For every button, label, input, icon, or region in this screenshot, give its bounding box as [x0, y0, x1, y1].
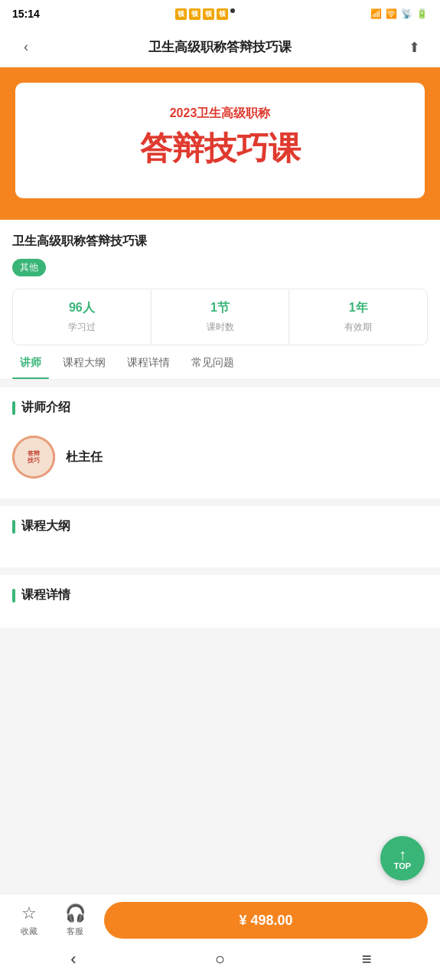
top-arrow-icon: ↑ [399, 847, 406, 862]
header: ‹ 卫生高级职称答辩技巧课 ⬆ [0, 28, 440, 67]
tabs: 讲师 课程大纲 课程详情 常见问题 [0, 345, 440, 380]
course-name: 卫生高级职称答辩技巧课 [12, 234, 428, 250]
bottom-actions: ☆ 收藏 🎧 客服 ¥ 498.00 [0, 894, 440, 943]
details-section: 课程详情 [0, 575, 440, 628]
avatar-inner: 答辩技巧 [12, 436, 55, 479]
tab-details[interactable]: 课程详情 [119, 345, 178, 379]
course-tag: 其他 [12, 259, 46, 276]
tab-faq[interactable]: 常见问题 [184, 345, 242, 379]
service-button[interactable]: 🎧 客服 [58, 903, 92, 937]
stat-learners: 96人 学习过 [13, 289, 152, 345]
stat-lessons: 1节 课时数 [152, 289, 290, 345]
back-button[interactable]: ‹ [12, 34, 40, 61]
buy-button[interactable]: ¥ 498.00 [104, 902, 428, 939]
stat-validity-label: 有效期 [344, 322, 372, 332]
stat-lessons-label: 课时数 [207, 322, 234, 332]
signal-icon: 📶 [370, 8, 382, 19]
outline-section: 课程大纲 [0, 506, 440, 567]
outline-section-title: 课程大纲 [12, 518, 428, 534]
stats-row: 96人 学习过 1节 课时数 1年 有效期 [12, 289, 428, 345]
course-info-section: 卫生高级职称答辩技巧课 其他 96人 学习过 1节 课时数 1年 有效期 [0, 220, 440, 345]
tab-outline[interactable]: 课程大纲 [55, 345, 113, 379]
network-icon: 📡 [401, 8, 412, 19]
stat-lessons-value: 1节 [158, 300, 283, 316]
banner-title: 答辩技巧课 [31, 129, 409, 168]
service-label: 客服 [67, 926, 83, 937]
banner-container: 2023卫生高级职称 答辩技巧课 [0, 67, 440, 220]
stat-validity: 1年 有效期 [289, 289, 427, 345]
instructor-avatar: 答辩技巧 [12, 436, 55, 479]
banner-card: 2023卫生高级职称 答辩技巧课 [15, 83, 425, 198]
page-title: 卫生高级职称答辩技巧课 [40, 38, 400, 56]
status-bar: 15:14 顿 顿 顿 顿 📶 🛜 📡 🔋 [0, 0, 440, 28]
top-button[interactable]: ↑ TOP [380, 836, 425, 880]
share-button[interactable]: ⬆ [400, 34, 428, 61]
price-label: ¥ 498.00 [239, 913, 292, 929]
nav-home-button[interactable]: ○ [204, 949, 235, 969]
status-notch: 顿 顿 顿 顿 [175, 8, 235, 20]
instructor-name: 杜主任 [66, 449, 103, 466]
star-icon: ☆ [21, 903, 37, 923]
status-time: 15:14 [12, 8, 40, 20]
instructor-section-title: 讲师介绍 [12, 400, 428, 416]
stat-validity-value: 1年 [295, 300, 421, 316]
details-section-title: 课程详情 [12, 587, 428, 603]
instructor-card: 答辩技巧 杜主任 [12, 428, 428, 486]
instructor-section: 讲师介绍 答辩技巧 杜主任 [0, 387, 440, 498]
top-label: TOP [394, 862, 411, 871]
bottom-bar: ☆ 收藏 🎧 客服 ¥ 498.00 ‹ ○ ≡ [0, 893, 440, 980]
nav-menu-button[interactable]: ≡ [351, 949, 382, 969]
banner-subtitle: 2023卫生高级职称 [31, 106, 409, 122]
headset-icon: 🎧 [65, 903, 86, 923]
favorite-button[interactable]: ☆ 收藏 [12, 903, 46, 937]
stat-learners-label: 学习过 [68, 322, 96, 332]
nav-bar: ‹ ○ ≡ [0, 943, 440, 980]
tab-instructor[interactable]: 讲师 [12, 345, 49, 379]
nav-back-button[interactable]: ‹ [58, 949, 89, 969]
wifi-icon: 🛜 [386, 8, 397, 19]
stat-learners-value: 96人 [19, 300, 145, 316]
battery-icon: 🔋 [416, 8, 428, 19]
status-icons: 📶 🛜 📡 🔋 [370, 8, 428, 19]
favorite-label: 收藏 [21, 926, 37, 937]
